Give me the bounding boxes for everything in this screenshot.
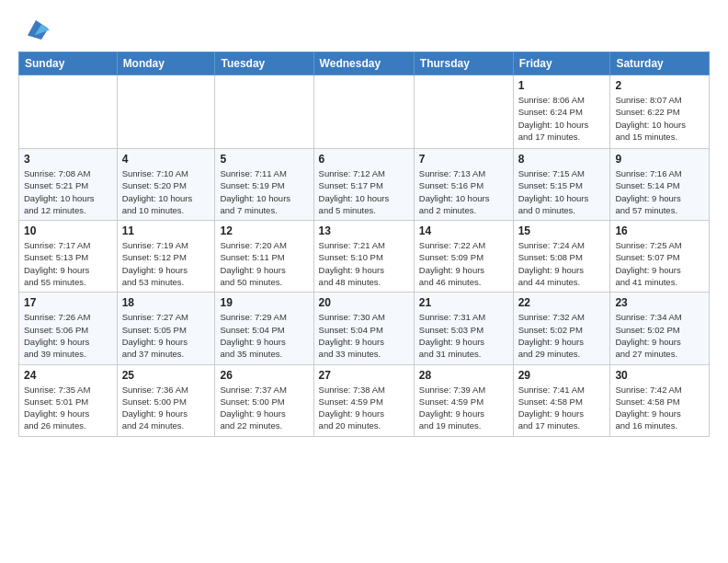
day-cell: 11Sunrise: 7:19 AM Sunset: 5:12 PM Dayli…: [117, 221, 215, 293]
day-number: 30: [615, 369, 704, 382]
week-row-4: 17Sunrise: 7:26 AM Sunset: 5:06 PM Dayli…: [19, 293, 710, 364]
day-number: 25: [122, 369, 210, 382]
day-info: Sunrise: 7:21 AM Sunset: 5:10 PM Dayligh…: [319, 239, 409, 288]
week-row-2: 3Sunrise: 7:08 AM Sunset: 5:21 PM Daylig…: [19, 149, 710, 221]
day-cell: 27Sunrise: 7:38 AM Sunset: 4:59 PM Dayli…: [313, 364, 414, 436]
day-info: Sunrise: 7:39 AM Sunset: 4:59 PM Dayligh…: [419, 384, 508, 432]
day-info: Sunrise: 7:42 AM Sunset: 4:58 PM Dayligh…: [615, 384, 704, 432]
day-number: 22: [518, 296, 606, 309]
day-cell: [215, 75, 313, 149]
header: [18, 15, 710, 42]
day-number: 1: [518, 79, 606, 92]
day-cell: 6Sunrise: 7:12 AM Sunset: 5:17 PM Daylig…: [313, 149, 414, 221]
day-number: 15: [518, 224, 606, 237]
day-cell: 2Sunrise: 8:07 AM Sunset: 6:22 PM Daylig…: [610, 75, 710, 149]
weekday-header-row: SundayMondayTuesdayWednesdayThursdayFrid…: [19, 52, 710, 75]
day-number: 7: [419, 153, 508, 166]
day-info: Sunrise: 7:22 AM Sunset: 5:09 PM Dayligh…: [419, 239, 508, 288]
day-cell: 10Sunrise: 7:17 AM Sunset: 5:13 PM Dayli…: [19, 221, 118, 293]
day-number: 27: [319, 369, 409, 382]
day-cell: 5Sunrise: 7:11 AM Sunset: 5:19 PM Daylig…: [215, 149, 313, 221]
day-number: 18: [122, 296, 210, 309]
weekday-header-friday: Friday: [513, 52, 610, 75]
day-info: Sunrise: 8:06 AM Sunset: 6:24 PM Dayligh…: [518, 94, 606, 143]
day-info: Sunrise: 7:41 AM Sunset: 4:58 PM Dayligh…: [518, 384, 606, 432]
day-number: 17: [24, 296, 112, 309]
day-info: Sunrise: 7:17 AM Sunset: 5:13 PM Dayligh…: [24, 239, 112, 288]
day-info: Sunrise: 7:19 AM Sunset: 5:12 PM Dayligh…: [122, 239, 210, 288]
day-number: 29: [518, 369, 606, 382]
day-cell: 23Sunrise: 7:34 AM Sunset: 5:02 PM Dayli…: [610, 293, 710, 364]
day-number: 24: [24, 369, 112, 382]
day-info: Sunrise: 7:29 AM Sunset: 5:04 PM Dayligh…: [220, 311, 308, 360]
day-cell: 13Sunrise: 7:21 AM Sunset: 5:10 PM Dayli…: [313, 221, 414, 293]
day-number: 26: [220, 369, 308, 382]
day-cell: 20Sunrise: 7:30 AM Sunset: 5:04 PM Dayli…: [313, 293, 414, 364]
day-cell: 16Sunrise: 7:25 AM Sunset: 5:07 PM Dayli…: [610, 221, 710, 293]
day-info: Sunrise: 7:16 AM Sunset: 5:14 PM Dayligh…: [615, 167, 704, 216]
day-cell: 22Sunrise: 7:32 AM Sunset: 5:02 PM Dayli…: [513, 293, 610, 364]
day-info: Sunrise: 7:10 AM Sunset: 5:20 PM Dayligh…: [122, 167, 210, 216]
day-cell: 26Sunrise: 7:37 AM Sunset: 5:00 PM Dayli…: [215, 364, 313, 436]
day-cell: [414, 75, 513, 149]
day-cell: 14Sunrise: 7:22 AM Sunset: 5:09 PM Dayli…: [414, 221, 513, 293]
day-cell: 7Sunrise: 7:13 AM Sunset: 5:16 PM Daylig…: [414, 149, 513, 221]
logo-icon: [22, 15, 50, 42]
logo: [18, 15, 50, 42]
weekday-header-thursday: Thursday: [414, 52, 513, 75]
weekday-header-saturday: Saturday: [610, 52, 710, 75]
day-cell: [19, 75, 118, 149]
day-number: 10: [24, 224, 112, 237]
day-number: 16: [615, 224, 704, 237]
day-info: Sunrise: 7:11 AM Sunset: 5:19 PM Dayligh…: [220, 167, 308, 216]
day-cell: 3Sunrise: 7:08 AM Sunset: 5:21 PM Daylig…: [19, 149, 118, 221]
page: SundayMondayTuesdayWednesdayThursdayFrid…: [0, 0, 728, 452]
day-number: 2: [615, 79, 704, 92]
week-row-1: 1Sunrise: 8:06 AM Sunset: 6:24 PM Daylig…: [19, 75, 710, 149]
day-number: 19: [220, 296, 308, 309]
day-info: Sunrise: 7:20 AM Sunset: 5:11 PM Dayligh…: [220, 239, 308, 288]
day-cell: 24Sunrise: 7:35 AM Sunset: 5:01 PM Dayli…: [19, 364, 118, 436]
weekday-header-sunday: Sunday: [19, 52, 118, 75]
day-number: 13: [319, 224, 409, 237]
day-cell: 1Sunrise: 8:06 AM Sunset: 6:24 PM Daylig…: [513, 75, 610, 149]
day-info: Sunrise: 7:15 AM Sunset: 5:15 PM Dayligh…: [518, 167, 606, 216]
day-number: 9: [615, 153, 704, 166]
day-info: Sunrise: 7:12 AM Sunset: 5:17 PM Dayligh…: [319, 167, 409, 216]
day-info: Sunrise: 7:34 AM Sunset: 5:02 PM Dayligh…: [615, 311, 704, 360]
day-cell: 4Sunrise: 7:10 AM Sunset: 5:20 PM Daylig…: [117, 149, 215, 221]
day-number: 12: [220, 224, 308, 237]
day-number: 28: [419, 369, 508, 382]
day-cell: 9Sunrise: 7:16 AM Sunset: 5:14 PM Daylig…: [610, 149, 710, 221]
day-cell: 29Sunrise: 7:41 AM Sunset: 4:58 PM Dayli…: [513, 364, 610, 436]
day-info: Sunrise: 7:36 AM Sunset: 5:00 PM Dayligh…: [122, 384, 210, 432]
day-info: Sunrise: 7:08 AM Sunset: 5:21 PM Dayligh…: [24, 167, 112, 216]
day-cell: [117, 75, 215, 149]
day-number: 11: [122, 224, 210, 237]
week-row-5: 24Sunrise: 7:35 AM Sunset: 5:01 PM Dayli…: [19, 364, 710, 436]
weekday-header-wednesday: Wednesday: [313, 52, 414, 75]
day-cell: 17Sunrise: 7:26 AM Sunset: 5:06 PM Dayli…: [19, 293, 118, 364]
day-cell: [313, 75, 414, 149]
day-number: 6: [319, 153, 409, 166]
week-row-3: 10Sunrise: 7:17 AM Sunset: 5:13 PM Dayli…: [19, 221, 710, 293]
calendar: SundayMondayTuesdayWednesdayThursdayFrid…: [18, 52, 710, 437]
day-number: 14: [419, 224, 508, 237]
day-info: Sunrise: 7:26 AM Sunset: 5:06 PM Dayligh…: [24, 311, 112, 360]
day-cell: 8Sunrise: 7:15 AM Sunset: 5:15 PM Daylig…: [513, 149, 610, 221]
day-info: Sunrise: 7:32 AM Sunset: 5:02 PM Dayligh…: [518, 311, 606, 360]
weekday-header-monday: Monday: [117, 52, 215, 75]
day-info: Sunrise: 7:27 AM Sunset: 5:05 PM Dayligh…: [122, 311, 210, 360]
day-info: Sunrise: 7:24 AM Sunset: 5:08 PM Dayligh…: [518, 239, 606, 288]
day-cell: 18Sunrise: 7:27 AM Sunset: 5:05 PM Dayli…: [117, 293, 215, 364]
day-info: Sunrise: 7:30 AM Sunset: 5:04 PM Dayligh…: [319, 311, 409, 360]
day-number: 5: [220, 153, 308, 166]
weekday-header-tuesday: Tuesday: [215, 52, 313, 75]
day-cell: 21Sunrise: 7:31 AM Sunset: 5:03 PM Dayli…: [414, 293, 513, 364]
day-cell: 12Sunrise: 7:20 AM Sunset: 5:11 PM Dayli…: [215, 221, 313, 293]
day-info: Sunrise: 8:07 AM Sunset: 6:22 PM Dayligh…: [615, 94, 704, 143]
day-number: 20: [319, 296, 409, 309]
day-info: Sunrise: 7:38 AM Sunset: 4:59 PM Dayligh…: [319, 384, 409, 432]
day-number: 23: [615, 296, 704, 309]
day-info: Sunrise: 7:31 AM Sunset: 5:03 PM Dayligh…: [419, 311, 508, 360]
